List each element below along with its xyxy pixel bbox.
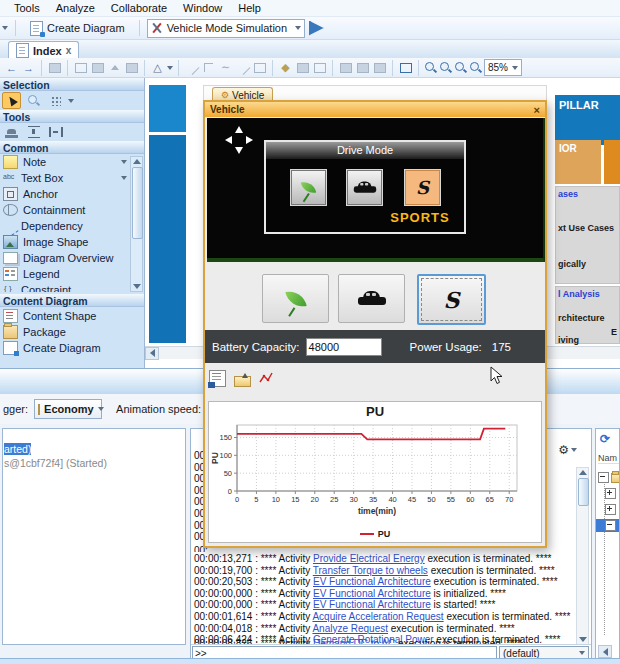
scroll-left-button[interactable] [145, 347, 159, 360]
chevron-down-icon[interactable] [121, 176, 127, 180]
elbow-line-icon[interactable] [201, 60, 216, 75]
chevron-down-icon[interactable] [68, 99, 74, 103]
palette-section-selection[interactable]: Selection [0, 78, 144, 91]
line-chart-icon[interactable] [259, 371, 274, 386]
align-left-icon[interactable] [338, 60, 353, 75]
palette-section-content-diagram[interactable]: Content Diagram [0, 294, 144, 307]
copy-icon[interactable] [73, 60, 88, 75]
paste-icon[interactable] [90, 60, 105, 75]
console-activity-link[interactable]: EV Functional Architecture [313, 576, 431, 587]
tree-row[interactable] [605, 503, 616, 516]
tree-scroll-left-button[interactable] [598, 645, 612, 658]
tab-close-icon[interactable]: x [66, 45, 72, 56]
create-diagram-button[interactable]: Create Diagram [23, 18, 132, 39]
palette-section-tools[interactable]: Tools [0, 110, 144, 123]
console-activity-link[interactable]: Acquire Acceleration Request [312, 611, 443, 622]
note-shape-icon[interactable] [295, 60, 310, 75]
export-csv-icon[interactable] [209, 370, 226, 387]
run-simulation-button[interactable] [309, 21, 324, 36]
chevron-down-icon[interactable] [167, 66, 173, 70]
palette-section-common[interactable]: Common [0, 141, 144, 154]
select-cursor-tool[interactable] [2, 92, 21, 109]
palette-item-image-shape[interactable]: Image Shape [0, 234, 130, 250]
trigger-combobox[interactable]: Economy [34, 399, 102, 419]
zoom-in-icon[interactable] [454, 61, 467, 74]
image-shape-icon[interactable] [312, 60, 327, 75]
palette-item-text-box[interactable]: Text Box [0, 170, 130, 186]
eco-mode-indicator[interactable] [291, 170, 326, 205]
stamp-tool-icon[interactable] [2, 123, 21, 140]
refresh-icon[interactable]: ⟳ [600, 432, 610, 446]
collapse-icon[interactable] [605, 520, 616, 531]
palette-scrollbar[interactable] [130, 156, 143, 292]
console-activity-link[interactable]: EV Functional Architecture [313, 588, 431, 599]
expand-icon[interactable] [605, 504, 616, 515]
diagram-blue-cell-top[interactable] [149, 85, 186, 132]
palette-item-content-shape[interactable]: Content Shape [0, 308, 130, 324]
menu-item-analyze[interactable]: Analyze [48, 2, 103, 14]
zigzag-line-icon[interactable] [235, 60, 250, 75]
move-up-icon[interactable] [107, 60, 122, 75]
multi-select-tool[interactable] [46, 92, 65, 109]
palette-item-anchor[interactable]: Anchor [0, 186, 130, 202]
chevron-down-icon[interactable] [121, 160, 127, 164]
normal-mode-button[interactable] [338, 274, 405, 323]
diagram-orange-cell[interactable] [604, 140, 620, 184]
battery-capacity-input[interactable]: 48000 [306, 338, 382, 356]
simulation-session-list[interactable]: arted)s@1cbf72f4] (Started) [2, 428, 186, 645]
palette-item-note[interactable]: Note [0, 154, 130, 170]
diagram-gray-cell-2[interactable]: l Analysis rchitecture iving E [555, 286, 620, 344]
palette-item-constraint[interactable]: Constraint [0, 282, 130, 292]
cell-text-fragment[interactable]: ases [558, 189, 578, 199]
menu-item-help[interactable]: Help [230, 2, 269, 14]
vertical-partition-icon[interactable] [46, 123, 65, 140]
menu-item-tools[interactable]: Tools [6, 2, 48, 14]
close-icon[interactable]: × [534, 105, 540, 115]
console-activity-link[interactable]: EV Functional Architecture [313, 599, 431, 610]
zoom-fit-icon[interactable] [424, 61, 437, 74]
simulation-config-combobox[interactable]: Vehicle Mode Simulation [147, 19, 305, 38]
tree-header-name-column[interactable]: Nam [598, 453, 620, 464]
align-right-icon[interactable] [372, 60, 387, 75]
palette-item-package[interactable]: Package [0, 324, 130, 340]
curve-line-icon[interactable]: ∼ [218, 60, 233, 75]
align-center-icon[interactable] [355, 60, 370, 75]
tab-index[interactable]: Index x [8, 41, 79, 59]
palette-item-diagram-overview[interactable]: Diagram Overview [0, 250, 130, 266]
sport-mode-indicator[interactable]: S [405, 170, 440, 205]
diagram-gray-cell-1[interactable]: ases xt Use Cases gically [555, 186, 620, 284]
dialog-title-bar[interactable]: Vehicle × [205, 102, 545, 117]
zoom-selection-icon[interactable] [439, 61, 452, 74]
menu-item-window[interactable]: Window [175, 2, 230, 14]
tree-row-selected[interactable] [596, 519, 620, 532]
tree-row[interactable] [598, 471, 620, 484]
toolbar-overflow-icon[interactable] [2, 26, 8, 30]
layers-icon[interactable] [124, 60, 139, 75]
cell-text-fragment[interactable]: l Analysis [558, 289, 600, 299]
palette-item-create-diagram[interactable]: Create Diagram [0, 340, 130, 356]
diagram-pillar-cell[interactable]: PILLAR [555, 95, 620, 145]
diagram-ior-cell[interactable]: IOR [555, 140, 601, 184]
session-list-item[interactable]: arted) [3, 443, 185, 457]
eco-mode-button[interactable] [262, 274, 329, 323]
palette-item-legend[interactable]: Legend [0, 266, 130, 282]
console-settings-button[interactable]: ⚙ [558, 443, 577, 457]
expand-icon[interactable] [605, 488, 616, 499]
validate-diagram-icon[interactable] [398, 60, 413, 75]
zoom-select-tool[interactable] [24, 92, 43, 109]
diagram-blue-cell[interactable] [149, 135, 186, 343]
menu-item-collaborate[interactable]: Collaborate [103, 2, 175, 14]
shape-icon[interactable]: ◆ [278, 60, 293, 75]
session-list-item[interactable]: s@1cbf72f4] (Started) [3, 457, 185, 471]
hierarchy-icon[interactable]: △ [150, 60, 165, 75]
export-image-icon[interactable] [234, 376, 251, 387]
rect-line-icon[interactable] [252, 60, 267, 75]
back-arrow-icon[interactable]: ← [4, 60, 19, 75]
palette-item-containment[interactable]: Containment [0, 202, 130, 218]
tree-row[interactable] [605, 487, 616, 500]
console-activity-link[interactable]: Analyze Request [312, 623, 388, 634]
palette-item-dependency[interactable]: Dependency [0, 218, 130, 234]
console-activity-link[interactable]: Transfer Torque to wheels [313, 565, 428, 576]
normal-mode-indicator[interactable] [347, 170, 382, 205]
variables-tree-panel[interactable]: ⟳ Nam [595, 428, 620, 662]
